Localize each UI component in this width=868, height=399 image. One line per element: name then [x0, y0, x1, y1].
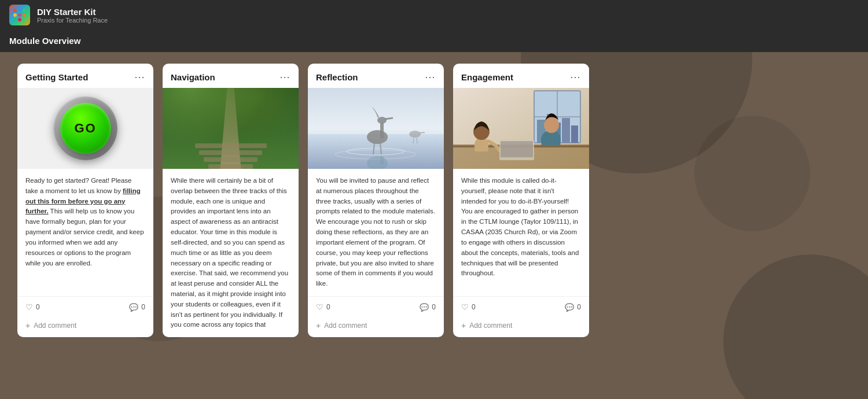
module-bar: Module Overview — [0, 30, 868, 52]
navigation-image — [163, 88, 299, 169]
add-comment-getting-started[interactable]: + Add comment — [17, 317, 153, 337]
card-footer-getting-started: ♡ 0 💬 0 — [17, 296, 153, 317]
add-comment-icon-getting-started: + — [25, 321, 30, 330]
add-comment-reflection[interactable]: + Add comment — [308, 317, 444, 337]
comment-icon-reflection[interactable]: 💬 — [420, 303, 429, 312]
svg-rect-31 — [501, 141, 533, 157]
go-label: GO — [74, 121, 96, 136]
add-comment-label-getting-started: Add comment — [34, 322, 76, 330]
card-menu-icon-engagement[interactable]: ⋯ — [570, 72, 581, 82]
engagement-image — [453, 88, 589, 169]
card-title-engagement: Engagement — [461, 72, 513, 82]
reflection-image — [308, 88, 444, 169]
comment-count-getting-started: 0 — [141, 303, 145, 311]
add-comment-label-engagement: Add comment — [469, 322, 512, 330]
like-count-getting-started: 0 — [36, 303, 40, 311]
card-body-text-reflection: You will be invited to pause and reflect… — [316, 176, 436, 289]
card-menu-icon-navigation[interactable]: ⋯ — [279, 72, 290, 82]
engagement-svg — [453, 88, 589, 169]
go-button-area: GO — [17, 88, 153, 169]
card-body-text-navigation: While there will certainly be a bit of o… — [171, 176, 290, 330]
go-button-inner[interactable]: GO — [60, 103, 111, 154]
card-reflection: Reflection ⋯ — [308, 64, 444, 337]
like-icon-reflection[interactable]: ♡ — [316, 302, 323, 312]
like-icon-getting-started[interactable]: ♡ — [25, 302, 33, 312]
svg-rect-5 — [380, 123, 384, 139]
app-logo — [9, 5, 30, 25]
svg-rect-24 — [562, 118, 570, 143]
svg-line-15 — [417, 138, 417, 143]
add-comment-icon-engagement: + — [461, 321, 466, 330]
card-navigation: Navigation ⋯ While there will certainly … — [163, 64, 299, 337]
card-footer-engagement: ♡ 0 💬 0 — [453, 296, 589, 317]
card-footer-reflection: ♡ 0 💬 0 — [308, 296, 444, 317]
app-title: DIY Starter Kit — [37, 7, 108, 17]
add-comment-icon-reflection: + — [316, 321, 321, 330]
card-title-getting-started: Getting Started — [25, 72, 88, 82]
card-body-text-getting-started: Ready to get started? Great! Please take… — [25, 176, 145, 268]
cards-container: Getting Started ⋯ GO Ready to get starte… — [0, 52, 868, 349]
svg-rect-25 — [571, 125, 578, 143]
like-count-reflection: 0 — [326, 303, 330, 311]
add-comment-engagement[interactable]: + Add comment — [453, 317, 589, 337]
app-header: DIY Starter Kit Praxis for Teaching Race — [0, 0, 868, 30]
comment-count-reflection: 0 — [432, 303, 436, 311]
comment-count-engagement: 0 — [577, 303, 581, 311]
reflection-svg — [308, 88, 444, 169]
add-comment-label-reflection: Add comment — [324, 322, 367, 330]
module-overview-label: Module Overview — [9, 36, 80, 46]
like-icon-engagement[interactable]: ♡ — [461, 302, 469, 312]
svg-rect-11 — [380, 156, 384, 165]
card-engagement: Engagement ⋯ — [453, 64, 589, 337]
card-title-reflection: Reflection — [316, 72, 358, 82]
svg-line-13 — [419, 132, 425, 133]
comment-icon-engagement[interactable]: 💬 — [565, 303, 574, 312]
svg-point-6 — [377, 117, 387, 124]
like-count-engagement: 0 — [472, 303, 476, 311]
app-subtitle: Praxis for Teaching Race — [37, 17, 108, 24]
svg-point-12 — [409, 131, 421, 138]
comment-icon-getting-started[interactable]: 💬 — [129, 303, 138, 312]
card-getting-started: Getting Started ⋯ GO Ready to get starte… — [17, 64, 153, 337]
svg-line-14 — [413, 138, 414, 143]
card-menu-icon-getting-started[interactable]: ⋯ — [134, 72, 145, 82]
card-title-navigation: Navigation — [171, 72, 215, 82]
card-menu-icon-reflection[interactable]: ⋯ — [425, 72, 436, 82]
svg-line-7 — [385, 118, 393, 119]
go-button-outer[interactable]: GO — [54, 97, 117, 160]
svg-point-4 — [367, 130, 388, 144]
card-body-text-engagement: While this module is called do-it-yourse… — [461, 176, 581, 279]
